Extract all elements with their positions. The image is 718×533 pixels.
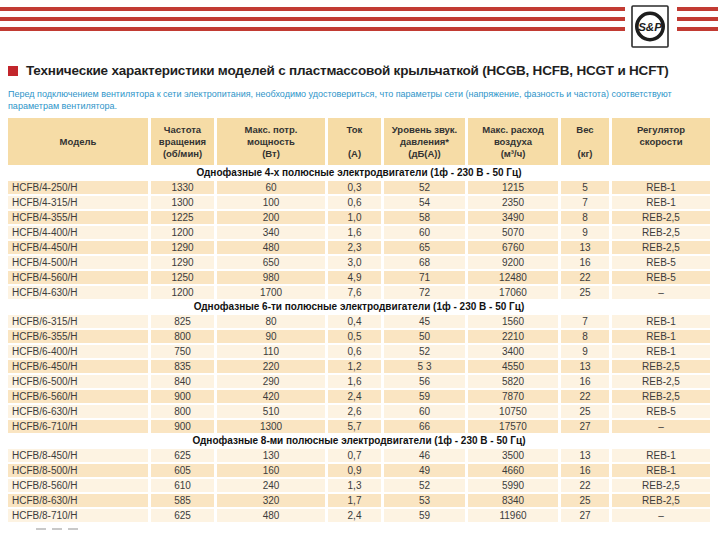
cell-regulator: REB-2,5 [612,226,710,239]
cell-airflow: 10750 [468,405,558,418]
cell-speed: 1250 [151,271,214,284]
cell-airflow: 12480 [468,271,558,284]
cell-current: 0,3 [328,181,381,194]
column-header-line: Модель [8,136,148,148]
cell-power: 420 [217,390,325,403]
table-row: HCFB/4-630/H120017007,6721706025– [8,286,710,299]
cell-model: HCFB/4-355/H [8,211,148,224]
cell-noise: 60 [384,226,465,239]
red-stripe [677,7,718,11]
cell-power: 130 [217,449,325,462]
cell-regulator: REB-5 [612,271,710,284]
cell-model: HCFB/4-500/H [8,256,148,269]
column-header-regulator: Регуляторскорости [612,118,710,165]
table-row: HCFB/6-560/H9004202,459787022REB-2,5 [8,390,710,403]
spec-table: Модель Частотавращения(об/мин)Макс. потр… [8,118,710,524]
table-row: HCFB/6-355/H800900,55022108REB-1 [8,330,710,343]
cell-weight: 7 [561,315,609,328]
cell-speed: 605 [151,464,214,477]
cell-airflow: 1215 [468,181,558,194]
cell-speed: 585 [151,494,214,507]
cell-regulator: REB-5 [612,405,710,418]
cell-speed: 800 [151,405,214,418]
cell-regulator: REB-1 [612,449,710,462]
sp-logo-text: S&P [638,21,662,33]
cell-current: 7,6 [328,286,381,299]
cell-airflow: 11960 [468,509,558,522]
cell-regulator: REB-1 [612,196,710,209]
cell-noise: 52 [384,181,465,194]
column-header-line: воздуха [468,136,558,148]
column-header-airflow: Макс. расходвоздуха(м³/ч) [468,118,558,165]
cell-model: HCFB/4-630/H [8,286,148,299]
cell-weight: 16 [561,375,609,388]
cell-regulator: REB-2,5 [612,211,710,224]
cell-model: HCFB/4-250/H [8,181,148,194]
cell-regulator: REB-2,5 [612,241,710,254]
column-header-speed: Частотавращения(об/мин) [151,118,214,165]
column-header-model: Модель [8,118,148,165]
cell-noise: 53 [384,494,465,507]
cell-current: 0,5 [328,330,381,343]
cell-noise: 45 [384,315,465,328]
cell-noise: 59 [384,390,465,403]
table-row: HCFB/4-560/H12509804,9711248022REB-5 [8,271,710,284]
cell-power: 80 [217,315,325,328]
cell-model: HCFB/8-500/H [8,464,148,477]
column-header-line [8,124,148,136]
column-header-line [561,136,609,148]
cell-airflow: 17570 [468,420,558,433]
cell-regulator: REB-2,5 [612,360,710,373]
column-header-current: Ток (А) [328,118,381,165]
cell-regulator: REB-2,5 [612,375,710,388]
cell-power: 290 [217,375,325,388]
cell-noise: 68 [384,256,465,269]
cell-weight: 25 [561,494,609,507]
cell-noise: 54 [384,196,465,209]
cell-noise: 5 3 [384,360,465,373]
cell-power: 160 [217,464,325,477]
cell-current: 2,4 [328,509,381,522]
column-header-line: Вес [561,124,609,136]
catalog-page: S&P Технические характеристики моделей с… [0,0,718,533]
cell-speed: 1290 [151,256,214,269]
brand-bar: S&P [0,0,718,56]
cell-power: 220 [217,360,325,373]
cell-regulator: REB-1 [612,345,710,358]
table-row: HCFB/6-400/H7501100,65234009REB-1 [8,345,710,358]
table-row: HCFB/6-630/H8005102,6601075025REB-5 [8,405,710,418]
table-row: HCFB/8-500/H6051600,949466016REB-1 [8,464,710,477]
cell-model: HCFB/6-400/H [8,345,148,358]
table-row: HCFB/4-315/H13001000,65423507REB-1 [8,196,710,209]
cell-weight: 22 [561,479,609,492]
cell-model: HCFB/8-710/H [8,509,148,522]
cell-regulator: REB-1 [612,464,710,477]
cell-noise: 65 [384,241,465,254]
cell-airflow: 5070 [468,226,558,239]
cell-current: 5,7 [328,420,381,433]
cell-airflow: 9200 [468,256,558,269]
cell-weight: 8 [561,330,609,343]
page-title: Технические характеристики моделей с пла… [26,63,669,79]
cell-power: 510 [217,405,325,418]
cell-noise: 72 [384,286,465,299]
cell-speed: 1200 [151,286,214,299]
cell-power: 980 [217,271,325,284]
cell-airflow: 6760 [468,241,558,254]
cell-regulator: – [612,286,710,299]
cell-weight: 13 [561,241,609,254]
cell-weight: 27 [561,420,609,433]
table-row: HCFB/6-450/H8352201,25 3455013REB-2,5 [8,360,710,373]
cell-model: HCFB/6-450/H [8,360,148,373]
cell-weight: 13 [561,449,609,462]
cell-speed: 1300 [151,196,214,209]
cell-power: 340 [217,226,325,239]
cell-regulator: – [612,420,710,433]
column-header-line: Макс. потр. [217,124,325,136]
cell-model: HCFB/8-560/H [8,479,148,492]
cell-model: HCFB/6-630/H [8,405,148,418]
cell-current: 0,4 [328,315,381,328]
red-stripe [677,27,718,31]
cell-power: 650 [217,256,325,269]
cell-airflow: 5990 [468,479,558,492]
